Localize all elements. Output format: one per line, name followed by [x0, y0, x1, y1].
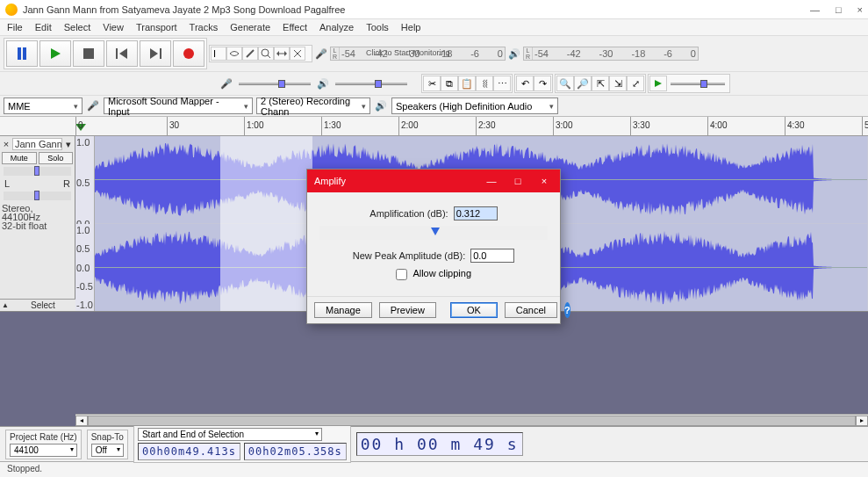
mic-device-icon: 🎤 — [86, 99, 100, 113]
timeshift-tool-icon[interactable] — [274, 47, 290, 61]
timeline-tick: 1:30 — [321, 117, 341, 135]
track-menu-button[interactable]: ▾ — [64, 139, 73, 150]
svg-rect-0 — [18, 47, 21, 60]
cut-icon[interactable]: ✂ — [423, 76, 441, 91]
dialog-close-button[interactable]: × — [535, 176, 553, 186]
window-maximize-button[interactable]: □ — [836, 4, 842, 15]
undo-icon[interactable]: ↶ — [516, 76, 534, 91]
allow-clipping-checkbox[interactable] — [396, 269, 407, 280]
audio-host-select[interactable]: MME — [4, 98, 82, 114]
selection-format-select[interactable]: Start and End of Selection — [138, 428, 322, 441]
track-gain-slider[interactable] — [4, 167, 71, 176]
trim-icon[interactable]: ⧛ — [476, 76, 493, 91]
svg-marker-14 — [284, 51, 287, 56]
envelope-tool-icon[interactable] — [226, 47, 242, 61]
project-rate-select[interactable]: 44100 — [10, 444, 77, 457]
menu-edit[interactable]: Edit — [35, 22, 52, 33]
zoom-in-icon[interactable]: 🔍 — [556, 76, 574, 91]
timeline-tick: 2:00 — [398, 117, 418, 135]
playback-volume-slider[interactable] — [332, 76, 411, 90]
timeline-tick: 4:30 — [785, 117, 804, 135]
zoom-toggle-icon[interactable]: ⤢ — [627, 76, 644, 91]
dialog-maximize-button[interactable]: □ — [509, 176, 527, 186]
scroll-right-icon[interactable]: ▸ — [856, 416, 868, 426]
new-peak-input[interactable] — [470, 249, 514, 263]
track-format-line1: Stereo, 44100Hz — [2, 204, 73, 221]
skip-end-button[interactable] — [140, 40, 171, 67]
window-close-button[interactable]: × — [857, 4, 863, 15]
amplify-dialog: Amplify — □ × Amplification (dB): New Pe… — [306, 169, 561, 324]
svg-marker-2 — [51, 48, 61, 59]
window-minimize-button[interactable]: — — [810, 4, 820, 15]
amplification-label: Amplification (dB): — [369, 208, 448, 219]
transport-toolbar — [4, 38, 207, 69]
selection-end-field[interactable]: 00h02m05.358s — [244, 443, 347, 460]
timeline-ruler[interactable]: 0301:001:302:002:303:003:304:004:305:00 — [0, 117, 868, 136]
selection-region[interactable] — [220, 136, 312, 311]
draw-tool-icon[interactable] — [242, 47, 258, 61]
toolbar-area: I 🎤 L R Click to Start Monitoring -54 -4… — [0, 36, 868, 117]
skip-start-button[interactable] — [106, 40, 138, 67]
svg-line-11 — [268, 55, 270, 58]
menu-help[interactable]: Help — [401, 22, 421, 33]
paste-icon[interactable]: 📋 — [458, 76, 476, 91]
help-icon[interactable]: ? — [564, 302, 570, 318]
multi-tool-icon[interactable] — [290, 47, 305, 61]
undo-toolbar: ↶ ↷ — [514, 74, 553, 93]
cancel-button[interactable]: Cancel — [505, 302, 557, 318]
playback-speed-slider[interactable] — [667, 76, 728, 90]
project-rate-label: Project Rate (Hz) — [10, 432, 77, 442]
preview-button[interactable]: Preview — [379, 302, 436, 318]
svg-point-8 — [183, 48, 194, 59]
horizontal-scrollbar[interactable]: ◂ ▸ — [75, 414, 868, 426]
track-pan-slider[interactable] — [4, 192, 71, 200]
silence-icon[interactable]: ⋯ — [493, 76, 511, 91]
track-collapse-icon[interactable]: ▲ — [0, 301, 11, 309]
menu-transport[interactable]: Transport — [136, 22, 177, 33]
fit-project-icon[interactable]: ⇲ — [609, 76, 627, 91]
menu-tracks[interactable]: Tracks — [190, 22, 219, 33]
solo-button[interactable]: Solo — [39, 152, 74, 164]
selection-start-field[interactable]: 00h00m49.413s — [138, 443, 240, 460]
scroll-left-icon[interactable]: ◂ — [75, 416, 88, 426]
pause-button[interactable] — [6, 40, 38, 67]
selection-tool-icon[interactable]: I — [211, 47, 226, 61]
timeline-tick: 1:00 — [244, 117, 263, 135]
recording-channels-select[interactable]: 2 (Stereo) Recording Chann — [256, 98, 370, 114]
play-button[interactable] — [39, 40, 71, 67]
zoom-out-icon[interactable]: 🔎 — [574, 76, 592, 91]
copy-icon[interactable]: ⧉ — [441, 76, 458, 91]
zoom-tool-icon[interactable] — [258, 47, 274, 61]
menu-generate[interactable]: Generate — [230, 22, 270, 33]
recording-device-select[interactable]: Microsoft Sound Mapper - Input — [104, 98, 253, 114]
manage-button[interactable]: Manage — [314, 302, 372, 318]
ok-button[interactable]: OK — [450, 302, 498, 318]
menu-file[interactable]: File — [7, 22, 23, 33]
timeline-tick: 0 — [75, 117, 83, 135]
menu-select[interactable]: Select — [64, 22, 91, 33]
menu-analyze[interactable]: Analyze — [319, 22, 354, 33]
menu-effect[interactable]: Effect — [283, 22, 307, 33]
track-name[interactable]: Jann Gann M — [12, 138, 62, 150]
playback-device-select[interactable]: Speakers (High Definition Audio — [391, 98, 558, 114]
recording-volume-slider[interactable] — [235, 76, 314, 90]
svg-marker-5 — [119, 48, 127, 59]
menu-view[interactable]: View — [103, 22, 124, 33]
track-select-button[interactable]: Select — [11, 300, 75, 310]
window-title: Jann Gann Mann from Satyameva Jayate 2 M… — [23, 4, 810, 15]
mute-button[interactable]: Mute — [2, 152, 37, 164]
amplification-input[interactable] — [454, 206, 498, 220]
play-at-speed-icon[interactable] — [649, 76, 667, 91]
track-close-button[interactable]: × — [2, 139, 11, 149]
svg-rect-4 — [116, 48, 118, 59]
record-button[interactable] — [173, 40, 204, 67]
dialog-minimize-button[interactable]: — — [483, 176, 500, 186]
stop-button[interactable] — [73, 40, 104, 67]
redo-icon[interactable]: ↷ — [534, 76, 551, 91]
snap-to-select[interactable]: Off — [91, 444, 124, 457]
fit-selection-icon[interactable]: ⇱ — [592, 76, 609, 91]
playback-meter[interactable]: L R -54 -42 -30 -18 -6 0 — [523, 47, 699, 61]
menu-tools[interactable]: Tools — [366, 22, 389, 33]
recording-meter[interactable]: L R Click to Start Monitoring -54 -42 -3… — [330, 47, 506, 61]
amplification-slider[interactable] — [319, 226, 548, 240]
